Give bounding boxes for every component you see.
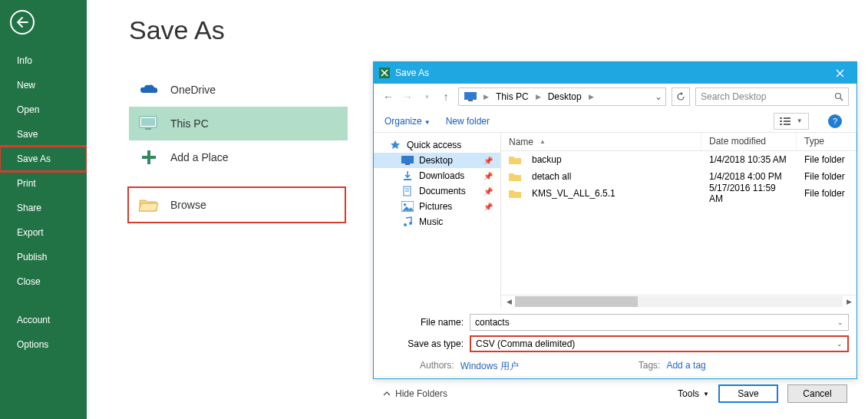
menu-open[interactable]: Open <box>0 97 87 122</box>
close-button[interactable] <box>824 62 855 84</box>
col-name[interactable]: Name ▲ <box>501 133 701 150</box>
onedrive-icon <box>138 81 160 99</box>
menu-publish[interactable]: Publish <box>0 245 87 269</box>
add-place-icon <box>138 148 160 167</box>
tree-pictures[interactable]: Pictures 📌 <box>374 199 500 214</box>
col-type[interactable]: Type <box>797 133 856 150</box>
file-row[interactable]: KMS_VL_ALL_6.5.1 5/17/2016 11:59 AM File… <box>501 185 856 202</box>
svg-rect-7 <box>468 100 473 101</box>
loc-browse[interactable]: Browse <box>127 186 346 223</box>
addr-desktop[interactable]: Desktop <box>543 88 587 105</box>
tree-label: Downloads <box>419 170 464 181</box>
svg-rect-16 <box>401 156 414 163</box>
desktop-icon <box>401 155 414 166</box>
svg-rect-1 <box>141 118 155 126</box>
menu-account[interactable]: Account <box>0 308 87 332</box>
back-button[interactable] <box>10 10 35 35</box>
menu-share[interactable]: Share <box>0 196 87 220</box>
folder-icon <box>509 172 521 181</box>
tools-label: Tools <box>678 388 699 399</box>
loc-add-place-label: Add a Place <box>170 151 229 163</box>
chevron-right-icon: ▶ <box>587 93 596 101</box>
backstage-sidebar: Info New Open Save Save As Print Share E… <box>0 0 87 419</box>
refresh-button[interactable] <box>672 87 690 106</box>
tree-desktop[interactable]: Desktop 📌 <box>374 153 500 168</box>
chevron-down-icon: ▼ <box>797 117 803 124</box>
highlight-box <box>0 145 91 173</box>
help-button[interactable]: ? <box>824 113 846 130</box>
tree-music[interactable]: Music <box>374 214 500 229</box>
nav-back[interactable]: ← <box>381 91 395 103</box>
file-row[interactable]: backup 1/4/2018 10:35 AM File folder <box>501 151 856 168</box>
cancel-button[interactable]: Cancel <box>787 384 847 403</box>
menu-options[interactable]: Options <box>0 332 87 357</box>
pictures-icon <box>401 201 414 212</box>
file-row[interactable]: detach all 1/4/2018 4:00 PM File folder <box>501 168 856 185</box>
savetype-select[interactable]: CSV (Comma delimited) ⌄ <box>470 335 849 352</box>
col-name-label: Name <box>509 137 533 147</box>
view-button[interactable]: ▼ <box>774 113 809 130</box>
svg-rect-2 <box>145 128 151 130</box>
scroll-right-icon[interactable]: ▶ <box>843 298 855 305</box>
savetype-value: CSV (Comma delimited) <box>476 338 575 349</box>
menu-info[interactable]: Info <box>0 48 87 73</box>
nav-recent[interactable]: ▾ <box>420 93 434 101</box>
chevron-up-icon <box>383 391 391 397</box>
filename-input[interactable]: contacts ⌄ <box>470 314 849 331</box>
loc-onedrive[interactable]: OneDrive <box>129 73 348 107</box>
addr-desktop-icon[interactable] <box>459 88 482 105</box>
tree-label: Pictures <box>419 201 452 212</box>
authors-value[interactable]: Windows 用户 <box>460 360 519 373</box>
col-date[interactable]: Date modified <box>701 133 797 150</box>
addr-this-pc[interactable]: This PC <box>490 88 534 105</box>
menu-print[interactable]: Print <box>0 171 87 196</box>
file-pane: Name ▲ Date modified Type backup 1/4/201… <box>501 133 856 308</box>
svg-rect-11 <box>780 120 782 122</box>
nav-forward[interactable]: → <box>401 91 414 103</box>
menu-close[interactable]: Close <box>0 269 87 294</box>
backstage-content: Save As OneDrive This PC Add a Place Br <box>87 0 353 419</box>
file-rows: backup 1/4/2018 10:35 AM File folder det… <box>501 151 856 295</box>
menu-new[interactable]: New <box>0 73 87 97</box>
menu-save[interactable]: Save <box>0 122 87 147</box>
hide-folders-button[interactable]: Hide Folders <box>383 388 447 399</box>
chevron-down-icon[interactable]: ⌄ <box>837 318 843 326</box>
addr-dropdown[interactable]: ⌄ <box>652 91 665 102</box>
svg-rect-15 <box>784 124 790 125</box>
scroll-left-icon[interactable]: ◀ <box>503 298 515 305</box>
tree-quick-access[interactable]: Quick access <box>374 137 500 153</box>
dialog-body: Quick access Desktop 📌 Downloads 📌 Docum… <box>374 133 856 308</box>
save-button[interactable]: Save <box>718 384 778 403</box>
nav-tree: Quick access Desktop 📌 Downloads 📌 Docum… <box>374 133 501 308</box>
menu-save-as[interactable]: Save As <box>0 147 87 171</box>
backstage-menu: Info New Open Save Save As Print Share E… <box>0 48 87 357</box>
tags-value[interactable]: Add a tag <box>666 360 705 373</box>
scroll-thumb[interactable] <box>515 296 638 307</box>
tree-downloads[interactable]: Downloads 📌 <box>374 168 500 183</box>
folder-icon <box>509 155 521 164</box>
pin-icon: 📌 <box>484 203 493 211</box>
excel-app-icon <box>378 67 391 79</box>
organize-label: Organize <box>384 116 422 127</box>
dialog-title: Save As <box>395 68 429 78</box>
svg-point-23 <box>404 203 406 206</box>
menu-export[interactable]: Export <box>0 220 87 245</box>
organize-button[interactable]: Organize▼ <box>384 116 431 127</box>
folder-icon <box>509 189 521 198</box>
chevron-down-icon[interactable]: ⌄ <box>837 340 843 348</box>
loc-add-place[interactable]: Add a Place <box>129 140 348 174</box>
documents-icon <box>401 186 414 196</box>
scroll-track[interactable] <box>515 296 843 307</box>
svg-point-8 <box>836 94 841 99</box>
address-bar[interactable]: ▶ This PC ▶ Desktop ▶ ⌄ <box>458 87 666 106</box>
svg-rect-6 <box>464 92 477 100</box>
nav-up[interactable]: ↑ <box>439 91 453 103</box>
excel-backstage: Info New Open Save Save As Print Share E… <box>0 0 353 419</box>
loc-this-pc[interactable]: This PC <box>129 107 348 140</box>
tools-button[interactable]: Tools ▼ <box>678 388 709 399</box>
tree-documents[interactable]: Documents 📌 <box>374 183 500 199</box>
h-scrollbar[interactable]: ◀ ▶ <box>501 295 856 308</box>
new-folder-button[interactable]: New folder <box>446 116 490 127</box>
page-title: Save As <box>129 15 353 45</box>
search-box[interactable]: Search Desktop <box>695 87 849 106</box>
